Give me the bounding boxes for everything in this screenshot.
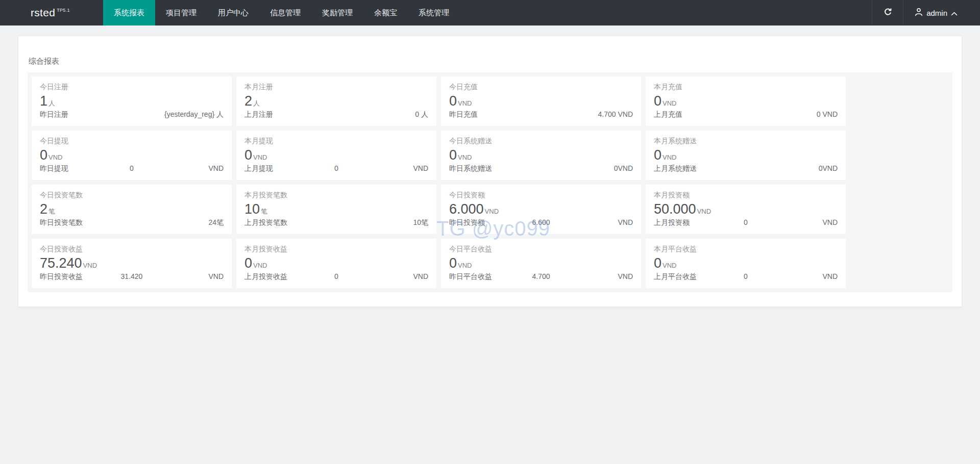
stat-prev-line: 昨日注册 {yesterday_reg} 人 bbox=[40, 110, 224, 119]
stat-label: 今日投资收益 bbox=[40, 245, 224, 254]
stat-value: 0VND bbox=[654, 148, 838, 162]
stat-card-today-invest-profit: 今日投资收益 75.240VND 昨日投资收益 31.420 VND bbox=[32, 239, 232, 288]
nav-tab-project-manage[interactable]: 项目管理 bbox=[155, 0, 207, 25]
stat-label: 本月平台收益 bbox=[654, 245, 838, 254]
stat-card-month-invest-profit: 本月投资收益 0VND 上月投资收益 0 VND bbox=[236, 239, 436, 288]
stat-card-today-system-gift: 今日系统赠送 0VND 昨日系统赠送 0VND bbox=[441, 131, 641, 180]
nav-tab-system-manage[interactable]: 系统管理 bbox=[408, 0, 460, 25]
nav-tab-yuebao[interactable]: 余额宝 bbox=[363, 0, 408, 25]
stat-value: 0VND bbox=[244, 148, 428, 162]
stat-prev-line: 上月注册 0 人 bbox=[244, 110, 428, 119]
main-menu: 系统报表 项目管理 用户中心 信息管理 奖励管理 余额宝 系统管理 bbox=[103, 0, 460, 25]
stat-card-today-withdraw: 今日提现 0VND 昨日提现 0 VND bbox=[32, 131, 232, 180]
stat-prev-line: 上月投资笔数 10笔 bbox=[244, 218, 428, 227]
user-icon bbox=[915, 8, 923, 18]
stat-unit: VND bbox=[663, 153, 676, 161]
navbar-right: admin bbox=[872, 0, 980, 25]
stat-unit: VND bbox=[253, 153, 267, 161]
stat-value: 0VND bbox=[449, 94, 633, 108]
stat-value: 50.000VND bbox=[654, 202, 838, 216]
stat-label: 本月充值 bbox=[654, 83, 838, 92]
stat-unit: 笔 bbox=[261, 208, 267, 215]
stat-prev-line: 昨日充值 4.700 VND bbox=[449, 110, 633, 119]
stat-value: 0VND bbox=[654, 94, 838, 108]
stat-card-today-invest-amount: 今日投资额 6.000VND 昨日投资额 6.600 VND bbox=[441, 185, 641, 234]
stat-card-today-invest-count: 今日投资笔数 2笔 昨日投资笔数 24笔 bbox=[32, 185, 232, 234]
stat-label: 本月投资额 bbox=[654, 191, 838, 200]
logo-text: rsted bbox=[31, 7, 55, 19]
main-panel: 综合报表 今日注册 1人 昨日注册 {yesterday_reg} 人 本月注册… bbox=[18, 36, 962, 307]
top-navbar: rsted TP5.1 系统报表 项目管理 用户中心 信息管理 奖励管理 余额宝… bbox=[0, 0, 980, 25]
stat-card-today-recharge: 今日充值 0VND 昨日充值 4.700 VND bbox=[441, 76, 641, 126]
username: admin bbox=[926, 9, 947, 17]
stat-value: 2人 bbox=[244, 94, 428, 108]
stat-label: 今日平台收益 bbox=[449, 245, 633, 254]
stat-value: 6.000VND bbox=[449, 202, 633, 216]
stat-card-month-register: 本月注册 2人 上月注册 0 人 bbox=[236, 76, 436, 126]
nav-tab-info-manage[interactable]: 信息管理 bbox=[259, 0, 311, 25]
stat-label: 今日提现 bbox=[40, 137, 224, 146]
stat-prev-line: 昨日投资额 6.600 VND bbox=[449, 218, 633, 227]
nav-tab-user-center[interactable]: 用户中心 bbox=[207, 0, 259, 25]
report-title: 综合报表 bbox=[28, 57, 952, 66]
stat-value: 2笔 bbox=[40, 202, 224, 216]
stat-prev-line: 昨日投资收益 31.420 VND bbox=[40, 272, 224, 281]
stat-value: 0VND bbox=[449, 256, 633, 270]
stat-label: 本月投资收益 bbox=[244, 245, 428, 254]
stat-prev-line: 上月投资额 0 VND bbox=[654, 218, 838, 227]
refresh-button[interactable] bbox=[872, 0, 903, 25]
stat-prev-line: 上月提现 0 VND bbox=[244, 164, 428, 173]
stats-grid-wrapper: 今日注册 1人 昨日注册 {yesterday_reg} 人 本月注册 2人 上… bbox=[28, 72, 952, 292]
stat-unit: 人 bbox=[48, 99, 55, 107]
stat-card-month-invest-count: 本月投资笔数 10笔 上月投资笔数 10笔 bbox=[236, 185, 436, 234]
stat-unit: VND bbox=[485, 208, 499, 215]
stat-value: 75.240VND bbox=[40, 256, 224, 270]
chevron-up-icon bbox=[951, 9, 958, 17]
stat-label: 今日注册 bbox=[40, 83, 224, 92]
stat-prev-line: 上月系统赠送 0VND bbox=[654, 164, 838, 173]
stat-unit: VND bbox=[458, 262, 472, 269]
stats-grid: 今日注册 1人 昨日注册 {yesterday_reg} 人 本月注册 2人 上… bbox=[32, 76, 948, 288]
stat-label: 今日投资额 bbox=[449, 191, 633, 200]
logo-version: TP5.1 bbox=[57, 8, 70, 13]
stat-card-month-withdraw: 本月提现 0VND 上月提现 0 VND bbox=[236, 131, 436, 180]
stat-card-today-platform-profit: 今日平台收益 0VND 昨日平台收益 4.700 VND bbox=[441, 239, 641, 288]
stat-unit: VND bbox=[663, 99, 676, 107]
refresh-icon bbox=[884, 8, 892, 18]
stat-value: 0VND bbox=[244, 256, 428, 270]
stat-unit: VND bbox=[663, 262, 676, 269]
user-menu[interactable]: admin bbox=[903, 0, 980, 25]
nav-tab-system-report[interactable]: 系统报表 bbox=[103, 0, 155, 25]
stat-prev-line: 上月投资收益 0 VND bbox=[244, 272, 428, 281]
stat-card-today-register: 今日注册 1人 昨日注册 {yesterday_reg} 人 bbox=[32, 76, 232, 126]
stat-value: 10笔 bbox=[244, 202, 428, 216]
stat-prev-line: 上月平台收益 0 VND bbox=[654, 272, 838, 281]
stat-unit: VND bbox=[697, 208, 711, 215]
stat-card-month-invest-amount: 本月投资额 50.000VND 上月投资额 0 VND bbox=[646, 185, 846, 234]
stat-unit: 笔 bbox=[48, 208, 55, 215]
stat-value: 1人 bbox=[40, 94, 224, 108]
stat-unit: VND bbox=[458, 99, 472, 107]
stat-unit: VND bbox=[458, 153, 472, 161]
stat-card-month-platform-profit: 本月平台收益 0VND 上月平台收益 0 VND bbox=[646, 239, 846, 288]
stat-label: 本月注册 bbox=[244, 83, 428, 92]
stat-prev-line: 上月充值 0 VND bbox=[654, 110, 838, 119]
stat-label: 本月投资笔数 bbox=[244, 191, 428, 200]
stat-prev-line: 昨日平台收益 4.700 VND bbox=[449, 272, 633, 281]
stat-value: 0VND bbox=[40, 148, 224, 162]
app-logo: rsted TP5.1 bbox=[31, 0, 103, 25]
stat-label: 今日投资笔数 bbox=[40, 191, 224, 200]
stat-unit: VND bbox=[253, 262, 267, 269]
stat-label: 本月提现 bbox=[244, 137, 428, 146]
stat-prev-line: 昨日投资笔数 24笔 bbox=[40, 218, 224, 227]
stat-value: 0VND bbox=[449, 148, 633, 162]
stat-prev-line: 昨日系统赠送 0VND bbox=[449, 164, 633, 173]
stat-label: 今日系统赠送 bbox=[449, 137, 633, 146]
nav-tab-reward-manage[interactable]: 奖励管理 bbox=[311, 0, 363, 25]
stat-unit: VND bbox=[83, 262, 97, 269]
stat-unit: VND bbox=[48, 153, 62, 161]
stat-label: 本月系统赠送 bbox=[654, 137, 838, 146]
stat-card-month-system-gift: 本月系统赠送 0VND 上月系统赠送 0VND bbox=[646, 131, 846, 180]
stat-unit: 人 bbox=[253, 99, 260, 107]
stat-label: 今日充值 bbox=[449, 83, 633, 92]
